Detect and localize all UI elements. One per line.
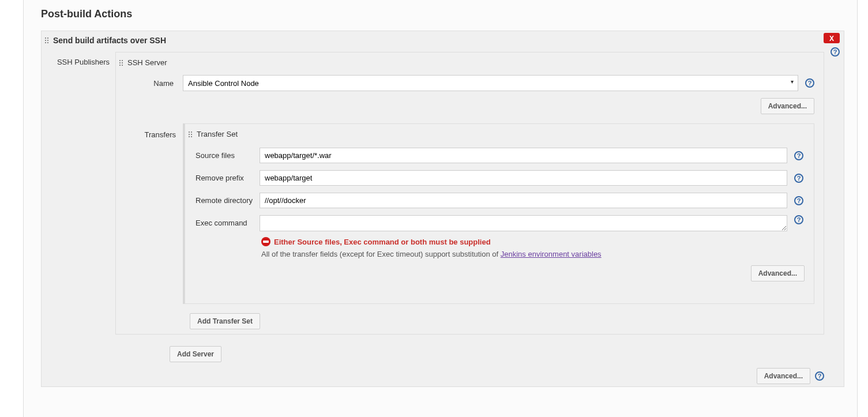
remote-directory-label: Remote directory (192, 196, 253, 205)
source-files-input[interactable] (260, 148, 787, 163)
name-label: Name (125, 79, 176, 88)
drag-handle-icon[interactable] (119, 60, 123, 66)
hint-prefix: All of the transfer fields (except for E… (261, 250, 501, 258)
ssh-server-name-select[interactable]: Ansible Control Node (183, 75, 798, 91)
transfers-label: Transfers (125, 123, 176, 304)
close-action-button[interactable]: X (824, 33, 840, 43)
remote-directory-input[interactable] (260, 193, 787, 208)
help-icon[interactable]: ? (815, 371, 824, 381)
action-block-ssh: X ? Send build artifacts over SSH SSH Pu… (41, 31, 844, 387)
error-icon (261, 237, 270, 246)
env-vars-link[interactable]: Jenkins environment variables (501, 250, 602, 258)
help-icon[interactable]: ? (831, 47, 840, 57)
exec-command-textarea[interactable] (260, 215, 787, 231)
drag-handle-icon[interactable] (45, 37, 48, 43)
add-transfer-set-button[interactable]: Add Transfer Set (190, 313, 260, 329)
ssh-publishers-label: SSH Publishers (42, 50, 112, 335)
exec-command-label: Exec command (192, 215, 253, 227)
help-icon[interactable]: ? (794, 215, 803, 224)
remove-prefix-label: Remove prefix (192, 174, 253, 182)
transfer-set-heading: Transfer Set (197, 130, 238, 138)
section-heading: Post-build Actions (41, 8, 844, 20)
advanced-transfer-set-button[interactable]: Advanced... (751, 265, 805, 281)
source-files-label: Source files (192, 151, 253, 160)
remove-prefix-input[interactable] (260, 170, 787, 186)
ssh-publisher-pane: SSH Server Name Ansible Control Node ? A… (115, 52, 824, 335)
help-icon[interactable]: ? (805, 78, 814, 88)
help-icon[interactable]: ? (794, 151, 803, 160)
advanced-ssh-server-button[interactable]: Advanced... (761, 98, 814, 114)
validation-message: Either Source files, Exec command or bot… (274, 238, 491, 246)
ssh-server-heading: SSH Server (127, 58, 167, 67)
action-title: Send build artifacts over SSH (53, 36, 166, 45)
transfer-set-box: Transfer Set Source files ? Remove prefi… (185, 123, 814, 304)
drag-handle-icon[interactable] (189, 132, 192, 137)
help-icon[interactable]: ? (794, 196, 803, 205)
advanced-action-button[interactable]: Advanced... (757, 368, 810, 384)
add-server-button[interactable]: Add Server (170, 346, 221, 362)
help-icon[interactable]: ? (794, 174, 803, 183)
